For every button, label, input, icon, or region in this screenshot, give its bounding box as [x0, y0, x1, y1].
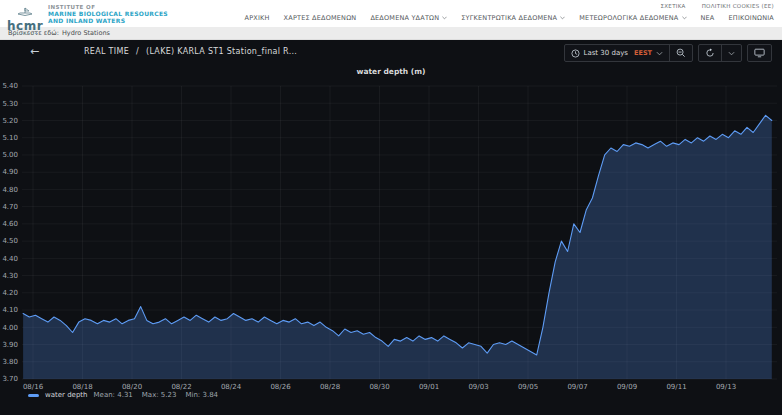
series-color-dash: [28, 394, 39, 397]
legend-stat-mean: Mean: 4.31: [94, 391, 133, 399]
nav-item-5[interactable]: ΝΕΑ: [701, 14, 715, 22]
y-tick-label: 4.20: [2, 289, 18, 297]
nav-item-4[interactable]: ΜΕΤΕΩΡΟΛΟΓΙΚΑ ΔΕΔΟΜΕΝΑ: [579, 14, 686, 22]
top-link-0[interactable]: ΣΧΕΤΙΚΑ: [661, 3, 686, 9]
x-tick-label: 09/11: [666, 383, 686, 391]
nav-item-0[interactable]: ΑΡΧΙΚΗ: [245, 14, 270, 22]
grafana-dashboard: ← REAL TIME / (LAKE) KARLA ST1 Station_f…: [0, 40, 782, 415]
x-tick-label: 08/30: [369, 383, 389, 391]
y-tick-label: 4.70: [2, 203, 18, 211]
x-tick-label: 08/28: [320, 383, 340, 391]
y-tick-label: 5.20: [2, 117, 18, 125]
back-arrow-icon[interactable]: ←: [30, 44, 39, 60]
nav-item-label: ΧΑΡΤΕΣ ΔΕΔΟΜΕΝΩΝ: [284, 14, 357, 22]
top-links: ΣΧΕΤΙΚΑΠΟΛΙΤΙΚΗ COOKIES (ΕΕ): [661, 3, 774, 9]
nav-item-label: ΕΠΙΚΟΙΝΩΝΙΑ: [729, 14, 774, 22]
y-tick-label: 5.10: [2, 134, 18, 142]
y-tick-label: 3.90: [2, 341, 18, 349]
logo-abbr: hcmr: [7, 21, 43, 32]
title-separator: /: [136, 47, 139, 56]
time-range-button[interactable]: Last 30 days EEST: [565, 45, 669, 61]
kiosk-monitor-icon: [754, 48, 765, 58]
zoom-out-button[interactable]: [669, 45, 692, 61]
site-header: hcmr INSTITUTE OF MARINE BIOLOGICAL RESO…: [0, 0, 782, 27]
kiosk-group: [747, 44, 772, 62]
dashboard-toolbar: ← REAL TIME / (LAKE) KARLA ST1 Station_f…: [0, 40, 782, 66]
y-tick-label: 4.80: [2, 186, 18, 194]
x-tick-label: 08/18: [72, 383, 92, 391]
chevron-down-icon: [682, 16, 687, 21]
logo-dots: [12, 33, 38, 34]
legend-stat-max: Max: 5.23: [142, 391, 177, 399]
main-nav: ΑΡΧΙΚΗΧΑΡΤΕΣ ΔΕΔΟΜΕΝΩΝΔΕΔΟΜΕΝΑ ΥΔΑΤΩΝΣΥΓ…: [245, 14, 774, 22]
y-tick-label: 5.00: [2, 151, 18, 159]
toolbar-controls: Last 30 days EEST: [564, 44, 772, 62]
refresh-icon: [705, 48, 715, 58]
nav-item-1[interactable]: ΧΑΡΤΕΣ ΔΕΔΟΜΕΝΩΝ: [284, 14, 357, 22]
refresh-button[interactable]: [699, 45, 721, 61]
top-link-1[interactable]: ΠΟΛΙΤΙΚΗ COOKIES (ΕΕ): [702, 3, 774, 9]
nav-item-label: ΔΕΔΟΜΕΝΑ ΥΔΑΤΩΝ: [370, 14, 439, 22]
chevron-down-icon: [560, 16, 565, 21]
chevron-down-icon: [442, 16, 447, 21]
x-tick-label: 09/09: [617, 383, 637, 391]
series-label[interactable]: water depth: [45, 391, 88, 399]
nav-item-2[interactable]: ΔΕΔΟΜΕΝΑ ΥΔΑΤΩΝ: [370, 14, 447, 22]
nav-item-6[interactable]: ΕΠΙΚΟΙΝΩΝΙΑ: [729, 14, 774, 22]
y-tick-label: 4.00: [2, 324, 18, 332]
chevron-down-icon: [728, 51, 735, 56]
hcmr-logo[interactable]: hcmr INSTITUTE OF MARINE BIOLOGICAL RESO…: [8, 2, 168, 34]
clock-icon: [571, 49, 580, 58]
panel-title: water depth (m): [0, 67, 782, 76]
chart-area: 3.703.803.904.004.104.204.304.404.504.60…: [0, 80, 782, 400]
time-picker-group: Last 30 days EEST: [564, 44, 693, 62]
y-tick-label: 5.30: [2, 100, 18, 108]
dashboard-title: REAL TIME / (LAKE) KARLA ST1 Station_fin…: [84, 47, 297, 56]
x-tick-label: 08/22: [171, 383, 191, 391]
dashboard-folder[interactable]: REAL TIME: [84, 47, 129, 56]
logo-line2: MARINE BIOLOGICAL RESOURCES: [48, 10, 168, 17]
y-tick-label: 4.30: [2, 272, 18, 280]
y-tick-label: 5.40: [2, 82, 18, 90]
timezone-label: EEST: [634, 49, 652, 57]
chevron-down-icon: [656, 51, 663, 56]
y-tick-label: 4.50: [2, 237, 18, 245]
y-tick-label: 4.60: [2, 220, 18, 228]
x-tick-label: 09/05: [518, 383, 538, 391]
zoom-out-icon: [676, 48, 686, 58]
x-tick-label: 08/20: [122, 383, 142, 391]
nav-item-label: ΑΡΧΙΚΗ: [245, 14, 270, 22]
dashboard-name[interactable]: (LAKE) KARLA ST1 Station_final R...: [146, 47, 297, 56]
y-tick-label: 3.80: [2, 358, 18, 366]
hcmr-logo-mark: hcmr: [8, 2, 42, 34]
nav-item-label: ΣΥΓΚΕΝΤΡΩΤΙΚΑ ΔΕΔΟΜΕΝΑ: [461, 14, 557, 22]
logo-line3: AND INLAND WATERS: [48, 17, 168, 24]
chart-legend: water depth Mean: 4.31Max: 5.23Min: 3.84: [28, 391, 218, 399]
x-tick-label: 09/13: [716, 383, 736, 391]
x-tick-label: 08/24: [221, 383, 242, 391]
y-tick-label: 4.10: [2, 306, 18, 314]
x-tick-label: 08/16: [23, 383, 44, 391]
nav-item-3[interactable]: ΣΥΓΚΕΝΤΡΩΤΙΚΑ ΔΕΔΟΜΕΝΑ: [461, 14, 565, 22]
x-tick-label: 08/26: [270, 383, 291, 391]
nav-item-label: ΜΕΤΕΩΡΟΛΟΓΙΚΑ ΔΕΔΟΜΕΝΑ: [579, 14, 678, 22]
x-tick-label: 09/01: [419, 383, 439, 391]
legend-stat-min: Min: 3.84: [185, 391, 218, 399]
refresh-interval-button[interactable]: [721, 45, 741, 61]
kiosk-mode-button[interactable]: [748, 45, 771, 61]
nav-item-label: ΝΕΑ: [701, 14, 715, 22]
refresh-group: [698, 44, 742, 62]
timeseries-chart[interactable]: 3.703.803.904.004.104.204.304.404.504.60…: [0, 80, 782, 400]
x-tick-label: 09/07: [567, 383, 587, 391]
y-tick-label: 3.70: [2, 375, 18, 383]
x-tick-label: 09/03: [468, 383, 488, 391]
y-tick-label: 4.90: [2, 168, 18, 176]
time-range-label: Last 30 days: [584, 49, 628, 57]
y-tick-label: 4.40: [2, 255, 18, 263]
legend-stats: Mean: 4.31Max: 5.23Min: 3.84: [94, 391, 219, 399]
